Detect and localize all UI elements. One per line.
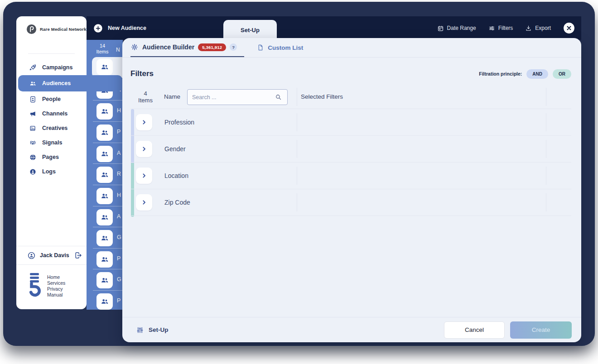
- chevron-right-icon: [140, 172, 148, 179]
- column-header-name: Name: [164, 93, 180, 100]
- document-icon: [257, 44, 264, 51]
- column-header-selected-filters: Selected Filters: [301, 93, 343, 100]
- five-logo-icon: [28, 273, 41, 299]
- calendar-icon: [437, 25, 444, 32]
- chevron-right-icon: [140, 199, 148, 206]
- date-range-button[interactable]: Date Range: [437, 25, 476, 32]
- filter-table-header: 4 Items Name Selected Filters: [130, 85, 571, 109]
- audience-name-partial: G: [117, 234, 121, 240]
- builder-tabs: Audience Builder 5,361,912 ? Custom List: [122, 38, 581, 57]
- audience-list-item[interactable]: P: [87, 292, 123, 312]
- rocket-icon: [29, 64, 37, 72]
- audience-icon[interactable]: [96, 188, 113, 204]
- audience-name-partial: P: [117, 255, 121, 262]
- row-divider: [546, 193, 546, 211]
- audience-icon[interactable]: [96, 103, 113, 120]
- audience-list-item[interactable]: R: [87, 165, 123, 186]
- sidebar-item-channels[interactable]: Channels: [16, 107, 87, 120]
- filters-button[interactable]: Filters: [488, 25, 513, 32]
- brand: Rare Medical Network: [26, 24, 87, 34]
- sidebar-item-label: Channels: [42, 110, 68, 117]
- divider: [16, 264, 87, 265]
- audience-builder-panel: Audience Builder 5,361,912 ? Custom List…: [122, 38, 581, 342]
- tab-audience-builder-label: Audience Builder: [142, 43, 194, 51]
- expand-button[interactable]: [136, 194, 152, 211]
- plus-icon: [93, 24, 103, 33]
- audience-icon[interactable]: [96, 209, 113, 225]
- sidebar-item-audiences[interactable]: Audiences: [18, 75, 122, 91]
- audience-list-item[interactable]: H: [87, 186, 123, 207]
- sidebar-item-campaigns[interactable]: Campaigns: [16, 61, 87, 74]
- audience-icon[interactable]: [96, 293, 113, 310]
- tab-custom-list-label: Custom List: [268, 44, 303, 51]
- audience-list-item[interactable]: A: [87, 144, 123, 165]
- close-icon[interactable]: [563, 22, 575, 34]
- logout-icon[interactable]: [74, 251, 82, 259]
- app-window-frame: New Audience Set-Up Date Range: [3, 2, 595, 346]
- section-title: Filters: [130, 69, 154, 78]
- create-button[interactable]: Create: [510, 321, 572, 339]
- expand-button[interactable]: [136, 168, 152, 184]
- footer-link-manual[interactable]: Manual: [47, 292, 65, 298]
- audience-icon[interactable]: [96, 59, 113, 75]
- filtration-principle-label: Filtration principle:: [479, 71, 522, 77]
- or-toggle[interactable]: OR: [553, 69, 571, 79]
- audience-list-item[interactable]: P: [87, 123, 123, 144]
- gear-icon: [130, 43, 139, 51]
- audience-icon[interactable]: [96, 230, 113, 246]
- help-icon[interactable]: ?: [230, 43, 237, 51]
- audience-icon[interactable]: [96, 125, 113, 141]
- audience-list-item[interactable]: A: [87, 207, 123, 228]
- audience-list-item[interactable]: G: [87, 270, 123, 291]
- user-row: Jack Davis: [27, 249, 82, 262]
- audience-count-badge: 5,361,912: [198, 43, 226, 51]
- audience-name-partial: H: [117, 192, 121, 198]
- expand-button[interactable]: [136, 114, 152, 130]
- brand-name: Rare Medical Network: [40, 27, 87, 32]
- tab-set-up[interactable]: Set-Up: [223, 20, 277, 40]
- footer-link-home[interactable]: Home: [47, 274, 65, 280]
- export-button[interactable]: Export: [525, 25, 551, 32]
- expand-button[interactable]: [136, 141, 152, 157]
- audience-icon[interactable]: [96, 251, 113, 268]
- brand-logo-icon: [26, 24, 37, 34]
- globe-icon: [29, 153, 37, 161]
- filtration-principle: Filtration principle: AND OR: [479, 69, 571, 79]
- row-divider: [297, 193, 297, 211]
- audience-list-item[interactable]: G: [87, 228, 123, 249]
- sidebar-item-signals[interactable]: Signals: [16, 136, 87, 149]
- footer-link-privacy[interactable]: Privacy: [47, 286, 65, 292]
- audience-icon[interactable]: [96, 272, 113, 288]
- tab-audience-builder[interactable]: Audience Builder 5,361,912 ?: [130, 38, 244, 57]
- audience-icon[interactable]: [96, 146, 113, 162]
- audience-icon[interactable]: [96, 167, 113, 183]
- sidebar: Rare Medical Network Campaigns Audiences: [16, 16, 87, 309]
- audience-list-count: 14 Items: [92, 43, 113, 55]
- sidebar-item-creatives[interactable]: Creatives: [16, 121, 87, 135]
- sidebar-item-pages[interactable]: Pages: [16, 150, 87, 164]
- audience-list-item[interactable]: P: [87, 249, 123, 270]
- and-toggle[interactable]: AND: [526, 69, 548, 79]
- audiences-icon: [29, 80, 37, 87]
- tab-set-up-label: Set-Up: [241, 27, 260, 34]
- vertical-sliders-icon: [136, 326, 144, 334]
- sidebar-item-people[interactable]: People: [16, 92, 87, 106]
- search-icon[interactable]: [275, 93, 282, 101]
- row-divider: [546, 113, 546, 131]
- id-card-icon: [29, 96, 37, 103]
- footer-link-services[interactable]: Services: [47, 280, 65, 286]
- megaphone-icon: [29, 110, 37, 118]
- search-input[interactable]: [187, 89, 288, 105]
- sidebar-item-label: Audiences: [42, 80, 71, 86]
- filters-label: Filters: [498, 25, 513, 31]
- cancel-button[interactable]: Cancel: [444, 321, 505, 339]
- filter-row-zip-code: Zip Code: [130, 189, 571, 216]
- audience-list-item[interactable]: H: [87, 101, 123, 122]
- builder-footer: Set-Up Cancel Create: [122, 317, 581, 342]
- footer-set-up[interactable]: Set-Up: [136, 326, 169, 334]
- sidebar-item-label: Campaigns: [42, 64, 72, 71]
- tab-custom-list[interactable]: Custom List: [257, 38, 303, 57]
- new-audience-button[interactable]: New Audience: [93, 16, 146, 40]
- signal-bulb-icon: [29, 139, 37, 147]
- sidebar-item-logs[interactable]: Logs: [16, 165, 87, 178]
